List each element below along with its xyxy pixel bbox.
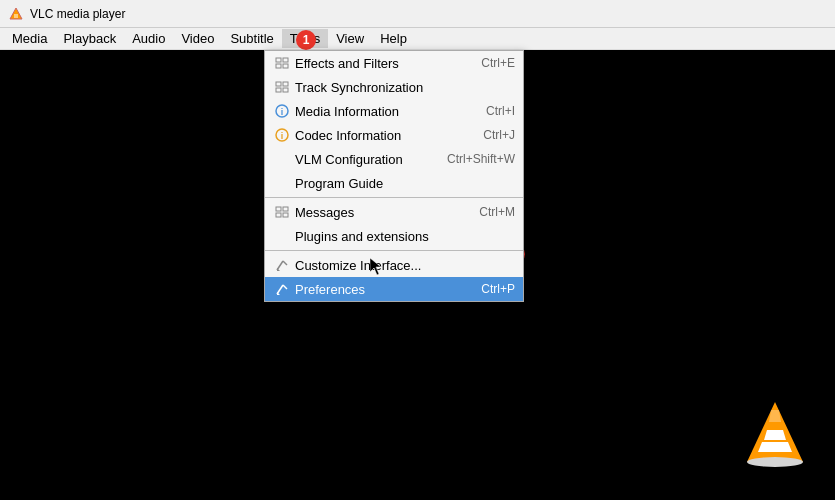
preferences-icon — [273, 281, 291, 297]
title-bar: VLC media player — [0, 0, 835, 28]
dropdown-plugins[interactable]: Plugins and extensions — [265, 224, 523, 248]
dropdown-codec-info[interactable]: i Codec Information Ctrl+J — [265, 123, 523, 147]
dropdown-effects-filters[interactable]: Effects and Filters Ctrl+E — [265, 51, 523, 75]
codec-info-icon: i — [273, 127, 291, 143]
menu-help[interactable]: Help — [372, 29, 415, 48]
menu-playback[interactable]: Playback — [55, 29, 124, 48]
messages-icon — [273, 204, 291, 220]
effects-icon — [273, 55, 291, 71]
dropdown-preferences[interactable]: Preferences Ctrl+P — [265, 277, 523, 301]
messages-label: Messages — [295, 205, 459, 220]
svg-line-22 — [283, 285, 287, 289]
svg-rect-3 — [283, 58, 288, 62]
svg-marker-28 — [769, 410, 781, 422]
preferences-label: Preferences — [295, 282, 461, 297]
effects-label: Effects and Filters — [295, 56, 461, 71]
svg-line-18 — [277, 261, 283, 270]
menu-video[interactable]: Video — [173, 29, 222, 48]
vlm-icon — [273, 151, 291, 167]
svg-rect-5 — [283, 64, 288, 68]
effects-shortcut: Ctrl+E — [481, 56, 515, 70]
svg-line-19 — [283, 261, 287, 265]
tools-dropdown: Effects and Filters Ctrl+E Track Synchro… — [264, 50, 524, 302]
svg-point-29 — [747, 457, 803, 467]
svg-text:i: i — [281, 131, 284, 141]
svg-rect-16 — [276, 213, 281, 217]
customize-label: Customize Interface... — [295, 258, 495, 273]
svg-marker-26 — [758, 442, 792, 452]
media-info-shortcut: Ctrl+I — [486, 104, 515, 118]
codec-info-shortcut: Ctrl+J — [483, 128, 515, 142]
dropdown-track-sync[interactable]: Track Synchronization — [265, 75, 523, 99]
badge-1: 1 — [296, 30, 316, 50]
title-bar-text: VLC media player — [30, 7, 125, 21]
vlm-shortcut: Ctrl+Shift+W — [447, 152, 515, 166]
vlc-logo — [745, 400, 805, 470]
dropdown-program-guide[interactable]: Program Guide — [265, 171, 523, 195]
program-guide-label: Program Guide — [295, 176, 495, 191]
track-sync-label: Track Synchronization — [295, 80, 495, 95]
svg-rect-15 — [283, 207, 288, 211]
svg-rect-2 — [276, 58, 281, 62]
program-guide-icon — [273, 175, 291, 191]
menu-subtitle[interactable]: Subtitle — [222, 29, 281, 48]
svg-rect-14 — [276, 207, 281, 211]
separator-1 — [265, 197, 523, 198]
media-info-icon: i — [273, 103, 291, 119]
separator-2 — [265, 250, 523, 251]
menu-bar: Media Playback Audio Video Subtitle Tool… — [0, 28, 835, 50]
plugins-label: Plugins and extensions — [295, 229, 495, 244]
codec-info-label: Codec Information — [295, 128, 463, 143]
svg-line-21 — [277, 285, 283, 294]
svg-rect-9 — [283, 88, 288, 92]
menu-view[interactable]: View — [328, 29, 372, 48]
dropdown-customize[interactable]: Customize Interface... — [265, 253, 523, 277]
media-info-label: Media Information — [295, 104, 466, 119]
dropdown-vlm-config[interactable]: VLM Configuration Ctrl+Shift+W — [265, 147, 523, 171]
svg-rect-6 — [276, 82, 281, 86]
svg-rect-4 — [276, 64, 281, 68]
dropdown-media-info[interactable]: i Media Information Ctrl+I — [265, 99, 523, 123]
svg-rect-8 — [276, 88, 281, 92]
dropdown-messages[interactable]: Messages Ctrl+M — [265, 200, 523, 224]
svg-text:i: i — [281, 107, 284, 117]
preferences-shortcut: Ctrl+P — [481, 282, 515, 296]
svg-rect-17 — [283, 213, 288, 217]
svg-marker-27 — [764, 430, 786, 440]
svg-rect-7 — [283, 82, 288, 86]
track-sync-icon — [273, 79, 291, 95]
plugins-icon — [273, 228, 291, 244]
customize-icon — [273, 257, 291, 273]
vlm-label: VLM Configuration — [295, 152, 427, 167]
messages-shortcut: Ctrl+M — [479, 205, 515, 219]
vlc-icon — [8, 6, 24, 22]
svg-rect-1 — [14, 14, 18, 18]
menu-media[interactable]: Media — [4, 29, 55, 48]
menu-audio[interactable]: Audio — [124, 29, 173, 48]
